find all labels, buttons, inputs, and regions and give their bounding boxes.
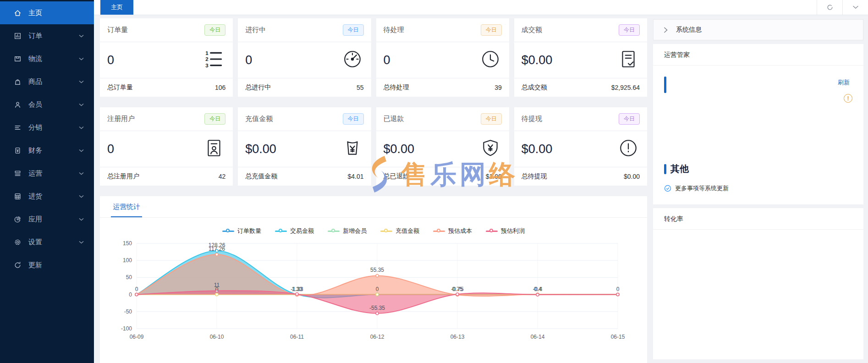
footer-value: 39	[494, 84, 502, 91]
legend-marker-icon	[275, 229, 287, 233]
refresh-link[interactable]: 刷新	[838, 78, 850, 87]
rows-icon	[14, 170, 22, 177]
sidebar-item-distribution[interactable]: 分销	[0, 116, 94, 139]
other-section: 其他 更多事项等系统更新	[653, 163, 863, 204]
chart-tabs: 运营统计	[100, 196, 647, 218]
ordered-list-icon: 123	[203, 49, 225, 72]
tab-menu-button[interactable]	[842, 0, 868, 15]
gear-icon	[14, 238, 22, 246]
legend-marker-icon	[433, 229, 445, 233]
sidebar-item-label: 运营	[28, 169, 42, 178]
manager-title: 运营管家	[653, 44, 863, 66]
legend-item[interactable]: 交易金额	[275, 227, 314, 235]
svg-text:-0.4: -0.4	[533, 286, 543, 292]
chevron-down-icon	[79, 80, 84, 83]
check-circle-icon	[664, 185, 671, 192]
card-title: 充值金额	[245, 115, 273, 123]
refresh-button[interactable]	[817, 0, 842, 15]
operations-chart-card: 运营统计 订单数量 交易金额 新增会员 充值金额 预估成本 预估利润 06-09…	[100, 196, 647, 363]
svg-text:0: 0	[215, 286, 219, 292]
sidebar-item-goods[interactable]: 商品	[0, 70, 94, 93]
footer-label: 总待处理	[384, 83, 409, 92]
legend-item[interactable]: 充值金额	[380, 227, 419, 235]
stat-card-withdraw: 待提现今日 $0.00 总待提现$0.00	[514, 107, 647, 186]
sidebar-item-label: 物流	[28, 55, 42, 63]
operations-manager-card: 运营管家 刷新 ! 其他 更多事项等系统更新	[653, 44, 863, 204]
sidebar-item-settings[interactable]: 设置	[0, 231, 94, 253]
tab-home[interactable]: 主页	[100, 0, 133, 15]
stat-card-turnover: 成交额今日 $0.00 总成交额$2,925.64	[514, 18, 647, 97]
card-title: 注册用户	[107, 115, 135, 123]
line-chart: 06-0906-1006-1106-1206-1306-1406-1515010…	[108, 238, 635, 348]
chevron-down-icon	[79, 195, 84, 198]
today-badge: 今日	[343, 113, 364, 125]
sidebar-item-finance[interactable]: 财务	[0, 139, 94, 162]
sidebar-item-operations[interactable]: 运营	[0, 162, 94, 185]
update-note-item: 更多事项等系统更新	[664, 184, 852, 192]
card-value: 0	[107, 142, 114, 156]
legend-item[interactable]: 订单数量	[222, 227, 261, 235]
sidebar-item-logistics[interactable]: 物流	[0, 47, 94, 70]
user-document-icon	[203, 138, 225, 160]
sidebar-item-apps[interactable]: 应用	[0, 208, 94, 231]
svg-text:06-10: 06-10	[210, 334, 224, 340]
shopping-bag-icon	[14, 78, 22, 86]
svg-text:06-14: 06-14	[531, 334, 545, 340]
legend-marker-icon	[328, 229, 340, 233]
sidebar-item-label: 会员	[28, 100, 42, 109]
footer-value: $2,925.64	[611, 84, 640, 91]
sidebar-item-label: 更新	[28, 261, 42, 270]
sidebar: 主页 订单 物流 商品 会员 分销 财务 运营 进货	[0, 0, 94, 363]
card-value: 0	[384, 53, 390, 67]
legend-item[interactable]: 预估利润	[486, 227, 525, 235]
stat-card-in-progress: 进行中今日 0 总进行中55	[238, 18, 371, 97]
stat-cards-grid: 订单量今日 0 123 总订单量106 进行中今日 0 总进行中55 待处理今日…	[100, 18, 647, 186]
sidebar-item-purchase[interactable]: 进货	[0, 185, 94, 208]
svg-text:2: 2	[205, 56, 208, 62]
sidebar-item-home[interactable]: 主页	[0, 1, 94, 24]
clock-icon	[480, 49, 501, 72]
tabbar-actions	[817, 0, 868, 15]
today-badge: 今日	[619, 24, 640, 36]
svg-text:3: 3	[205, 63, 208, 68]
receipt-check-icon	[618, 49, 639, 72]
sidebar-item-members[interactable]: 会员	[0, 93, 94, 116]
calculator-icon	[14, 192, 22, 200]
system-info-header[interactable]: 系统信息	[653, 19, 863, 40]
card-value: $0.00	[522, 142, 553, 156]
conversion-rate-card: 转化率	[653, 208, 863, 359]
sidebar-item-update[interactable]: 更新	[0, 253, 94, 276]
legend-marker-icon	[222, 229, 234, 233]
today-badge: 今日	[204, 24, 225, 36]
chevron-down-icon	[79, 218, 84, 221]
sidebar-item-label: 分销	[28, 123, 42, 132]
footer-label: 总已退款	[384, 172, 409, 181]
chevron-down-icon	[79, 126, 84, 129]
conversion-title: 转化率	[653, 208, 863, 230]
refresh-icon	[14, 261, 22, 269]
tab-operations-stats[interactable]: 运营统计	[111, 196, 142, 217]
stat-card-recharge: 充值金额今日 $0.00 总充值金额$4.01	[238, 107, 371, 186]
sidebar-item-orders[interactable]: 订单	[0, 24, 94, 47]
svg-text:100: 100	[123, 257, 132, 264]
today-badge: 今日	[343, 24, 364, 36]
stat-card-refunded: 已退款今日 $0.00 总已退款$1.00	[376, 107, 509, 186]
logistics-icon	[14, 55, 22, 63]
right-panel: 系统信息 运营管家 刷新 ! 其他 更多事项等系统更新 转化率	[653, 16, 868, 363]
legend-item[interactable]: 新增会员	[328, 227, 367, 235]
sidebar-item-label: 财务	[28, 146, 42, 155]
footer-label: 总成交额	[522, 83, 547, 92]
sidebar-item-label: 设置	[28, 238, 42, 247]
finance-book-icon	[14, 147, 22, 154]
chevron-down-icon	[79, 34, 84, 38]
svg-text:150: 150	[123, 240, 132, 247]
legend-marker-icon	[380, 229, 392, 233]
footer-label: 总待提现	[522, 172, 547, 181]
footer-value: 42	[219, 173, 226, 180]
svg-text:117.26: 117.26	[209, 246, 225, 252]
orders-chart-icon	[14, 32, 22, 40]
chevron-down-icon	[853, 6, 858, 9]
legend-item[interactable]: 预估成本	[433, 227, 472, 235]
gauge-icon	[342, 49, 363, 72]
system-info-label: 系统信息	[676, 26, 702, 34]
